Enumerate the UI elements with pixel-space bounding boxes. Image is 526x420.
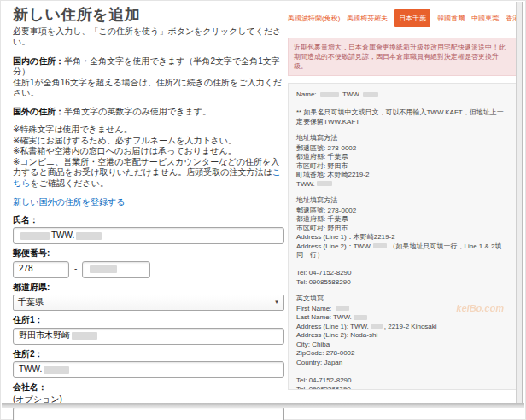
- redacted-value: [354, 315, 367, 320]
- instruction-row: 郵遞區號: 278-0002: [296, 207, 508, 216]
- tab-china-dongguan[interactable]: 中國東莞: [471, 14, 499, 23]
- instruction-row: First Name:: [296, 305, 508, 314]
- text: TWW.: [296, 180, 315, 188]
- redacted-value: [72, 332, 97, 340]
- text: 野田市木野崎: [19, 330, 70, 341]
- address2-field-label: 住所2：: [13, 349, 284, 360]
- zip-field-label: 郵便番号:: [13, 248, 284, 260]
- text: ※コンビニ、営業所・空港の宅配サービスカウンターなどの住所を入力すると商品をお受…: [13, 157, 279, 178]
- company-field-label: 会社名：: [13, 382, 284, 394]
- text: City: Chiba: [296, 341, 330, 348]
- text: Address (Line 2): Noda-shi: [296, 331, 377, 339]
- redacted-value: [373, 243, 387, 248]
- instruction-row: Address (Line 2): Noda-shi: [296, 331, 508, 341]
- company-field: 会社名：(オプション): [13, 382, 284, 420]
- instruction-row: 市区町村: 野田市: [296, 225, 508, 234]
- instruction-row: [296, 260, 508, 270]
- text: 市区町村: 野田市: [296, 162, 348, 170]
- text: First Name:: [296, 305, 334, 312]
- instruction-row: ZipCode: 278-0002: [296, 349, 508, 359]
- caution-note: ※特殊文字は使用できません。: [13, 125, 284, 136]
- form-intro: 必要事項を入力し、「この住所を使う」ボタンをクリックしてください。: [13, 26, 284, 48]
- caution-note: ※私書箱や空港内の窓口へのお届けは承っておりません。: [13, 146, 284, 157]
- redacted-value: [20, 232, 50, 240]
- text: 都道府縣: 千葉県: [296, 215, 348, 223]
- zip-inputs: 278-: [13, 261, 284, 278]
- text: 郵遞區號: 278-0002: [296, 144, 356, 152]
- zip-input-1[interactable]: 278: [13, 261, 69, 278]
- redacted-value: [336, 306, 349, 311]
- instruction-section: 地址填寫方法郵遞區號: 278-0002都道府縣: 千葉県市区町村: 野田市Ad…: [296, 196, 508, 287]
- reference-panel: 美國波特蘭(免稅)美國梅芬羅夫日本千葉韓國首爾中國東莞香港 近期包裹量增大，日本…: [288, 9, 517, 390]
- instruction-row: 郵遞區號: 278-0002: [296, 144, 508, 154]
- instruction-row: [296, 100, 508, 109]
- page-title: 新しい住所を追加: [13, 9, 284, 20]
- text: Address (Line 2)：TWW.: [296, 242, 371, 250]
- redacted-value: [317, 181, 332, 186]
- instruction-row: 町域番地: 木野崎2219-2: [296, 171, 508, 180]
- instruction-row: 都道府縣: 千葉県: [296, 153, 508, 162]
- text: Address (Line 1): TWW.: [296, 323, 369, 330]
- tab-japan-chiba[interactable]: 日本千葉: [394, 9, 430, 27]
- warehouse-tabs: 美國波特蘭(免稅)美國梅芬羅夫日本千葉韓國首爾中國東莞香港: [288, 9, 517, 26]
- notice-banner: 近期包裹量增大，日本倉庫會更換紙箱升級並改用宅配快遞派送中！此期間造成的不便敬請…: [288, 38, 517, 76]
- text: ※確実にお届けするため、必ずフルネームを入力下さい。: [13, 136, 237, 145]
- section-header: 地址填寫方法: [296, 134, 508, 143]
- form-fields: 氏名： TWW.郵便番号:278-都道府県:千葉県▼住所1：野田市木野崎住所2：…: [13, 215, 284, 420]
- text: Country: Japan: [296, 359, 342, 366]
- tab-korea-seoul[interactable]: 韓國首爾: [437, 14, 465, 23]
- horizontal-scrollbar[interactable]: [2, 403, 524, 408]
- prefecture-select[interactable]: 千葉県▼: [13, 295, 284, 311]
- zip-separator: -: [74, 264, 77, 275]
- prefecture-value: 千葉県: [18, 297, 44, 308]
- text: 都道府縣: 千葉県: [296, 153, 348, 160]
- instruction-row: Tel: 09085588290: [296, 385, 508, 390]
- section-header: 地址填寫方法: [296, 196, 508, 206]
- caution-note: ※確実にお届けするため、必ずフルネームを入力下さい。: [13, 136, 284, 147]
- caution-notes: ※特殊文字は使用できません。※確実にお届けするため、必ずフルネームを入力下さい。…: [13, 125, 284, 189]
- zip-field: 郵便番号:278-: [13, 248, 284, 278]
- instruction-row: Name: TWW.: [296, 90, 508, 100]
- address-instructions-box: Name: TWW.** 如果名只可填中文或日文，可以不用輸入TWW.KAFT，…: [288, 83, 517, 390]
- instruction-row: Tel: 04-7152-8290: [296, 269, 508, 278]
- prefecture-select: 都道府県:千葉県▼: [13, 283, 284, 312]
- instruction-row: Last Name: TWW.: [296, 313, 508, 323]
- text: をご確認ください。: [30, 178, 108, 188]
- text: Last Name: TWW.: [296, 313, 352, 321]
- text: TWW.: [51, 230, 74, 242]
- name-field-label: 氏名：: [13, 215, 284, 226]
- redacted-value: [320, 92, 339, 97]
- instruction-row: Tel: 09085588290: [296, 278, 508, 288]
- overseas-address-note: 国外の住所：半角文字の英数字のみ使用できます。: [13, 107, 284, 118]
- vertical-scrollbar[interactable]: [516, 2, 523, 408]
- address2-field-input[interactable]: TWW.: [13, 361, 284, 378]
- redacted-value: [44, 366, 69, 374]
- text: Tel: 04-7152-8290: [296, 269, 352, 277]
- instruction-row: Tel: 04-7152-8290: [296, 376, 508, 386]
- address1-field-label: 住所1：: [13, 315, 284, 326]
- instruction-row: TWW.: [296, 180, 508, 190]
- instruction-section: 英文填寫First Name: Last Name: TWW.Address (…: [296, 295, 508, 390]
- company-field-input[interactable]: [13, 406, 284, 420]
- zip-input-2[interactable]: [82, 261, 150, 278]
- caution-note: ※コンビニ、営業所・空港の宅配サービスカウンターなどの住所を入力すると商品をお受…: [13, 157, 284, 190]
- address-form: 新しい住所を追加 必要事項を入力し、「この住所を使う」ボタンをクリックしてくださ…: [13, 9, 284, 420]
- domestic-address-label: 国内の住所：: [13, 56, 64, 66]
- chevron-down-icon: ▼: [274, 297, 279, 308]
- tab-us-portland-tax-free[interactable]: 美國波特蘭(免稅): [288, 14, 340, 23]
- text: 市区町村: 野田市: [296, 225, 348, 232]
- text: Address (Line 1)：木野崎2219-2: [296, 233, 395, 241]
- address2-field: 住所2：TWW.: [13, 349, 284, 379]
- instruction-row: Address (Line 2)：TWW.（如果地址只可填一行，Line 1 &…: [296, 242, 508, 260]
- name-field-input[interactable]: TWW.: [13, 227, 284, 244]
- instruction-row: Address (Line 1): TWW., 2219-2 Kinosaki: [296, 323, 508, 332]
- instruction-row: City: Chiba: [296, 341, 508, 350]
- register-foreign-address-link[interactable]: 新しい国外の住所を登録する: [13, 197, 125, 208]
- instruction-section: 地址填寫方法郵遞區號: 278-0002都道府縣: 千葉県市区町村: 野田市町域…: [296, 134, 508, 189]
- address1-field-input[interactable]: 野田市木野崎: [13, 328, 284, 345]
- text: Name:: [296, 90, 319, 98]
- text: Tel: 04-7152-8290: [296, 376, 352, 384]
- tab-us-east[interactable]: 美國梅芬羅夫: [347, 14, 388, 23]
- text: Tel: 09085588290: [296, 385, 351, 390]
- instruction-section: Name: TWW.** 如果名只可填中文或日文，可以不用輸入TWW.KAFT，…: [296, 90, 508, 126]
